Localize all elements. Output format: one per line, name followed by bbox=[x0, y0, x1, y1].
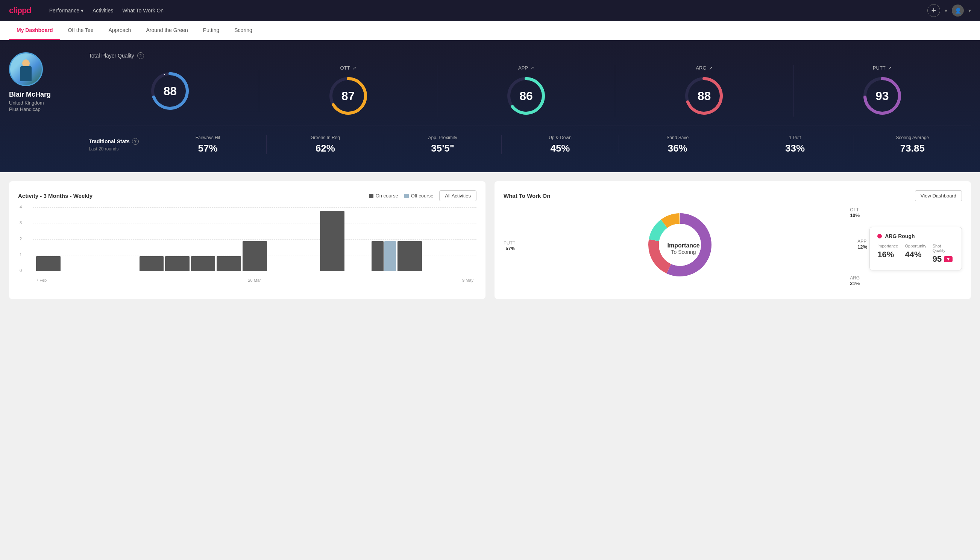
bar-group-12 bbox=[346, 271, 370, 271]
stats-subheading: Last 20 rounds bbox=[89, 146, 149, 152]
bar-group-4 bbox=[140, 256, 164, 271]
stat-fairways-hit: Fairways Hit 57% bbox=[149, 135, 266, 154]
activity-header-right: On course Off course All Activities bbox=[369, 190, 476, 201]
gauge-putt-wrapper: 93 bbox=[862, 75, 903, 117]
stat-1putt: 1 Putt 33% bbox=[736, 135, 853, 154]
svg-point-15 bbox=[659, 224, 701, 266]
bar-group-5 bbox=[165, 256, 190, 271]
x-label-feb: 7 Feb bbox=[36, 278, 47, 282]
donut-chart-section: OTT 10% APP 12% ARG 21% PUTT 57% bbox=[504, 207, 864, 290]
nav-activities[interactable]: Activities bbox=[93, 8, 113, 13]
bar-group-6 bbox=[191, 256, 215, 271]
legend-on-course: On course bbox=[369, 193, 398, 198]
stats-help-icon[interactable]: ? bbox=[132, 138, 139, 145]
bars-container bbox=[33, 207, 476, 271]
bar-group-9 bbox=[268, 271, 293, 271]
user-dropdown-arrow[interactable]: ▾ bbox=[968, 8, 971, 13]
top-navigation: clippd Performance ▾ Activities What To … bbox=[0, 0, 980, 21]
avatar-image bbox=[10, 53, 42, 85]
traditional-stats-section: Traditional Stats ? Last 20 rounds Fairw… bbox=[89, 126, 971, 157]
bar-group-0 bbox=[36, 256, 60, 271]
nav-what-to-work-on[interactable]: What To Work On bbox=[122, 8, 163, 13]
gauge-ott-label: OTT ↗ bbox=[340, 65, 356, 71]
dashboard-section: Blair McHarg United Kingdom Plus Handica… bbox=[0, 40, 980, 172]
work-on-card-header: What To Work On View Dashboard bbox=[504, 190, 962, 201]
bar-group-14 bbox=[398, 241, 422, 271]
gauge-ott-wrapper: 87 bbox=[328, 75, 369, 117]
player-name: Blair McHarg bbox=[9, 91, 77, 98]
gauge-putt-number: 93 bbox=[875, 89, 889, 103]
add-button[interactable]: + bbox=[927, 4, 940, 17]
add-dropdown-arrow[interactable]: ▾ bbox=[945, 8, 947, 13]
bar-group-2 bbox=[88, 271, 112, 271]
bar-oncourse-4 bbox=[140, 256, 164, 271]
info-importance: Importance 16% bbox=[877, 244, 899, 264]
gauge-putt-label: PUTT ↗ bbox=[873, 65, 892, 71]
tab-scoring[interactable]: Scoring bbox=[227, 21, 260, 40]
bar-oncourse-5 bbox=[165, 256, 190, 271]
tab-off-the-tee[interactable]: Off the Tee bbox=[60, 21, 101, 40]
gauge-overall-wrapper: 88 bbox=[149, 70, 191, 112]
chart-legend: On course Off course bbox=[369, 193, 434, 198]
gauge-arg-number: 88 bbox=[697, 89, 711, 103]
info-card-title: ARG Rough bbox=[877, 233, 954, 239]
x-label-may: 9 May bbox=[462, 278, 473, 282]
app-trend-arrow: ↗ bbox=[530, 65, 534, 71]
nav-performance[interactable]: Performance ▾ bbox=[49, 8, 83, 13]
chevron-down-icon: ▾ bbox=[81, 8, 83, 13]
stats-heading: Traditional Stats ? bbox=[89, 138, 149, 145]
gauges-row: 88 OTT ↗ 87 bbox=[89, 65, 971, 117]
bar-group-3 bbox=[113, 271, 138, 271]
gauge-arg-wrapper: 88 bbox=[683, 75, 725, 117]
stat-sand-save: Sand Save 36% bbox=[619, 135, 736, 154]
info-shot-quality: Shot Quality 95 ▼ bbox=[933, 244, 954, 264]
player-section: Blair McHarg United Kingdom Plus Handica… bbox=[9, 52, 971, 157]
work-on-card: What To Work On View Dashboard OTT 10% A… bbox=[494, 181, 971, 299]
tab-my-dashboard[interactable]: My Dashboard bbox=[9, 21, 60, 40]
quality-help-icon[interactable]: ? bbox=[137, 52, 144, 59]
tab-around-the-green[interactable]: Around the Green bbox=[138, 21, 195, 40]
total-quality-label: Total Player Quality ? bbox=[89, 52, 971, 59]
legend-off-course: Off course bbox=[404, 193, 434, 198]
tab-putting[interactable]: Putting bbox=[196, 21, 227, 40]
all-activities-button[interactable]: All Activities bbox=[439, 190, 476, 201]
nav-links: Performance ▾ Activities What To Work On bbox=[49, 8, 163, 13]
donut-svg-wrapper: Importance To Scoring bbox=[642, 207, 725, 290]
tab-navigation: My Dashboard Off the Tee Approach Around… bbox=[0, 21, 980, 40]
info-dot-icon bbox=[877, 234, 882, 238]
bar-oncourse-13 bbox=[371, 241, 383, 271]
view-dashboard-button[interactable]: View Dashboard bbox=[915, 190, 962, 201]
gauge-app: APP ↗ 86 bbox=[438, 65, 615, 117]
x-axis-labels: 7 Feb 28 Mar 9 May bbox=[33, 278, 476, 282]
ott-trend-arrow: ↗ bbox=[353, 65, 356, 71]
gauge-app-number: 86 bbox=[519, 89, 533, 103]
activity-card-title: Activity - 3 Months - Weekly bbox=[18, 193, 93, 199]
lower-section: Activity - 3 Months - Weekly On course O… bbox=[0, 172, 980, 308]
tab-approach[interactable]: Approach bbox=[101, 21, 138, 40]
bar-chart: 4 3 2 1 0 7 Feb 28 Mar 9 May bbox=[18, 207, 476, 282]
activity-card: Activity - 3 Months - Weekly On course O… bbox=[9, 181, 486, 299]
player-avatar bbox=[9, 52, 43, 86]
bar-oncourse-7 bbox=[216, 256, 241, 271]
x-label-mar: 28 Mar bbox=[248, 278, 261, 282]
gauge-app-label: APP ↗ bbox=[518, 65, 534, 71]
arg-trend-arrow: ↗ bbox=[709, 65, 713, 71]
work-on-title: What To Work On bbox=[504, 193, 550, 199]
user-avatar[interactable]: 👤 bbox=[952, 5, 964, 17]
nav-right: + ▾ 👤 ▾ bbox=[927, 4, 971, 17]
donut-svg bbox=[642, 207, 717, 282]
legend-dot-offcourse bbox=[404, 194, 409, 198]
gauge-putt: PUTT ↗ 93 bbox=[794, 65, 971, 117]
bar-oncourse-0 bbox=[36, 256, 60, 271]
legend-dot-oncourse bbox=[369, 194, 373, 198]
bar-group-16 bbox=[449, 271, 473, 271]
gauge-overall: 88 bbox=[89, 70, 259, 112]
logo[interactable]: clippd bbox=[9, 6, 31, 15]
bar-group-7 bbox=[216, 256, 241, 271]
gauge-arg: ARG ↗ 88 bbox=[615, 65, 793, 117]
gauge-app-wrapper: 86 bbox=[506, 75, 547, 117]
stat-up-and-down: Up & Down 45% bbox=[501, 135, 619, 154]
donut-label-arg: ARG 21% bbox=[850, 275, 860, 286]
putt-trend-arrow: ↗ bbox=[888, 65, 892, 71]
bar-offcourse-13 bbox=[384, 241, 396, 271]
